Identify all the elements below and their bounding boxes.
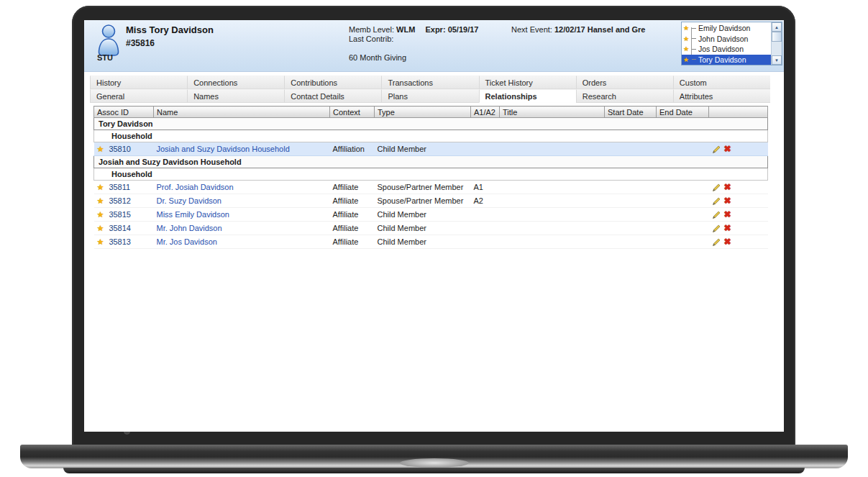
tab-contributions[interactable]: Contributions — [284, 76, 381, 89]
family-tree-item[interactable]: ★ John Davidson — [682, 34, 771, 45]
delete-icon[interactable]: ✖ — [724, 196, 731, 205]
scroll-down-button[interactable]: ▼ — [772, 55, 782, 65]
memb-level-label: Memb Level: — [349, 25, 394, 34]
tree-branch-line — [692, 28, 696, 29]
delete-icon[interactable]: ✖ — [724, 145, 731, 153]
start-date-cell — [605, 194, 657, 208]
next-event-line: Next Event: 12/02/17 Hansel and Gre — [511, 25, 646, 34]
a1a2-cell — [471, 235, 500, 249]
tab-history[interactable]: History — [90, 76, 187, 89]
group-label: Tory Davidson — [94, 118, 768, 130]
family-member-label: Tory Davidson — [698, 55, 746, 64]
table-row[interactable]: ★35815 Miss Emily Davidson Affiliate Chi… — [94, 208, 768, 222]
context-cell: Affiliate — [330, 208, 375, 222]
start-date-cell — [605, 222, 657, 235]
column-header-end-date[interactable]: End Date — [657, 106, 709, 118]
family-member-label: John Davidson — [698, 35, 748, 43]
column-header-a1a2[interactable]: A1/A2 — [471, 106, 500, 118]
assoc-id-link[interactable]: 35815 — [109, 210, 131, 219]
tab-attributes[interactable]: Attributes — [673, 89, 770, 103]
a1a2-cell: A2 — [471, 194, 500, 208]
scroll-up-button[interactable]: ▲ — [772, 22, 782, 32]
app-screen: Miss Tory Davidson #35816 STU Memb Level… — [84, 20, 784, 432]
name-link[interactable]: Prof. Josiah Davidson — [157, 183, 234, 191]
title-cell — [500, 222, 605, 235]
star-icon: ★ — [97, 237, 104, 246]
family-tree-item[interactable]: ★ Emily Davidson — [682, 23, 771, 34]
end-date-cell — [657, 194, 709, 208]
family-tree-item-selected[interactable]: ★ Tory Davidson — [682, 55, 771, 65]
table-row[interactable]: ★35813 Mr. Jos Davidson Affiliate Child … — [94, 235, 768, 249]
column-header-assoc-id[interactable]: Assoc ID — [94, 106, 154, 118]
member-name: Miss Tory Davidson — [126, 24, 214, 35]
edit-icon[interactable] — [712, 224, 721, 233]
tab-contact-details[interactable]: Contact Details — [284, 89, 381, 103]
table-row[interactable]: ★35810 Josiah and Suzy Davidson Househol… — [94, 142, 768, 156]
tab-plans[interactable]: Plans — [381, 89, 478, 103]
tab-names[interactable]: Names — [187, 89, 284, 103]
assoc-id-link[interactable]: 35810 — [109, 145, 131, 153]
family-tree-listbox: ★ Emily Davidson ★ John Davidson ★ Jos D… — [681, 22, 782, 65]
delete-icon[interactable]: ✖ — [724, 210, 731, 219]
edit-icon[interactable] — [712, 237, 721, 247]
star-icon: ★ — [97, 183, 104, 191]
assoc-id-link[interactable]: 35814 — [109, 224, 131, 232]
column-header-start-date[interactable]: Start Date — [605, 106, 657, 118]
laptop-base-notch — [400, 458, 469, 468]
title-cell — [500, 194, 605, 208]
scrollbar-thumb[interactable] — [772, 32, 782, 42]
name-link[interactable]: Dr. Suzy Davidson — [157, 196, 221, 205]
listbox-scrollbar: ▲ ▼ — [771, 22, 782, 65]
subgroup-row: Household — [94, 130, 768, 142]
type-cell: Child Member — [375, 142, 471, 156]
tab-row-2: General Names Contact Details Plans Rela… — [90, 89, 770, 103]
column-header-title[interactable]: Title — [500, 106, 605, 118]
tab-relationships[interactable]: Relationships — [479, 89, 576, 103]
type-cell: Child Member — [375, 235, 471, 249]
delete-icon[interactable]: ✖ — [724, 237, 731, 246]
assoc-id-link[interactable]: 35811 — [109, 183, 130, 191]
name-link[interactable]: Mr. Jos Davidson — [157, 237, 217, 246]
tab-ticket-history[interactable]: Ticket History — [479, 76, 576, 89]
delete-icon[interactable]: ✖ — [724, 183, 731, 191]
edit-icon[interactable] — [712, 183, 721, 192]
member-header: Miss Tory Davidson #35816 STU Memb Level… — [84, 20, 784, 72]
assoc-id-link[interactable]: 35812 — [109, 196, 131, 205]
expr-label: Expr: — [425, 25, 445, 34]
tab-connections[interactable]: Connections — [187, 76, 284, 89]
tree-branch-line — [692, 59, 696, 60]
column-header-context[interactable]: Context — [330, 106, 375, 118]
member-id: #35816 — [126, 38, 155, 48]
tab-research[interactable]: Research — [576, 89, 673, 103]
column-header-type[interactable]: Type — [375, 106, 471, 118]
tab-orders[interactable]: Orders — [576, 76, 673, 89]
name-link[interactable]: Mr. John Davidson — [157, 224, 222, 232]
column-header-name[interactable]: Name — [154, 106, 330, 118]
end-date-cell — [657, 208, 709, 222]
table-row[interactable]: ★35812 Dr. Suzy Davidson Affiliate Spous… — [94, 194, 768, 208]
tab-custom[interactable]: Custom — [673, 76, 770, 89]
group-row: Tory Davidson — [94, 118, 768, 130]
table-row[interactable]: ★35811 Prof. Josiah Davidson Affiliate S… — [94, 181, 768, 194]
star-icon: ★ — [97, 224, 104, 232]
table-row[interactable]: ★35814 Mr. John Davidson Affiliate Child… — [94, 222, 768, 235]
delete-icon[interactable]: ✖ — [724, 224, 731, 232]
edit-icon[interactable] — [712, 210, 721, 219]
end-date-cell — [657, 142, 709, 156]
subgroup-row: Household — [94, 168, 768, 181]
type-cell: Child Member — [375, 208, 471, 222]
edit-icon[interactable] — [712, 145, 721, 154]
a1a2-cell — [471, 222, 500, 235]
star-icon: ★ — [683, 24, 691, 32]
a1a2-cell — [471, 142, 500, 156]
family-tree-item[interactable]: ★ Jos Davidson — [682, 44, 771, 55]
tab-transactions[interactable]: Transactions — [381, 76, 478, 89]
name-link[interactable]: Josiah and Suzy Davidson Household — [157, 145, 290, 153]
edit-icon[interactable] — [712, 196, 721, 206]
assoc-id-link[interactable]: 35813 — [109, 237, 131, 246]
tab-general[interactable]: General — [90, 89, 187, 103]
expr-value: 05/19/17 — [448, 25, 479, 34]
giving-summary: 60 Month Giving — [349, 53, 406, 62]
tab-strip: History Connections Contributions Transa… — [90, 76, 770, 103]
name-link[interactable]: Miss Emily Davidson — [157, 210, 229, 219]
